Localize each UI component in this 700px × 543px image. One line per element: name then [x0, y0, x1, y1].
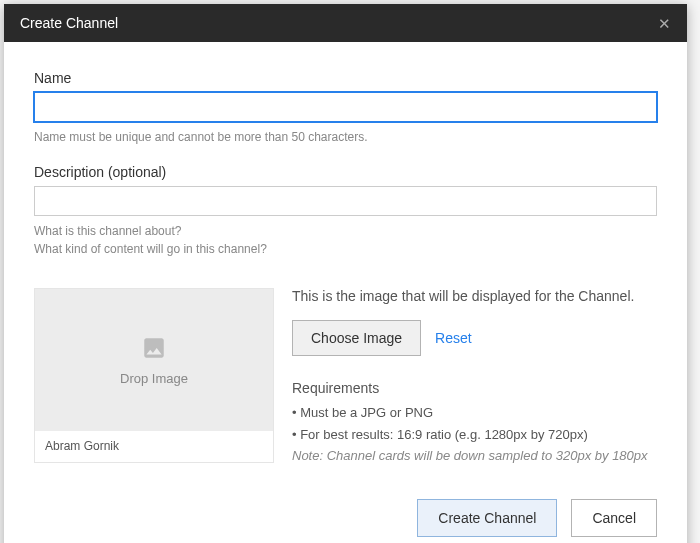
drop-zone[interactable]: Drop Image [35, 289, 273, 431]
modal-footer: Create Channel Cancel [4, 483, 687, 543]
name-label: Name [34, 70, 657, 86]
requirement-note: Note: Channel cards will be down sampled… [292, 448, 657, 463]
reset-link[interactable]: Reset [435, 330, 472, 346]
create-channel-modal: Create Channel ✕ Name Name must be uniqu… [4, 4, 687, 543]
description-input[interactable] [34, 186, 657, 216]
name-helper: Name must be unique and cannot be more t… [34, 128, 657, 146]
close-icon[interactable]: ✕ [658, 16, 671, 31]
modal-title: Create Channel [20, 15, 118, 31]
image-info-text: This is the image that will be displayed… [292, 288, 657, 304]
card-name: Abram Gornik [35, 431, 273, 461]
image-section: Drop Image Abram Gornik This is the imag… [34, 288, 657, 463]
description-section: Description (optional) What is this chan… [34, 164, 657, 258]
image-info: This is the image that will be displayed… [292, 288, 657, 463]
image-placeholder-icon [139, 335, 169, 361]
description-label: Description (optional) [34, 164, 657, 180]
image-card: Drop Image Abram Gornik [34, 288, 274, 463]
description-helper-1: What is this channel about? [34, 222, 657, 240]
requirements-title: Requirements [292, 380, 657, 396]
requirement-1: • Must be a JPG or PNG [292, 402, 657, 424]
name-input[interactable] [34, 92, 657, 122]
choose-image-button[interactable]: Choose Image [292, 320, 421, 356]
drop-text: Drop Image [120, 371, 188, 386]
modal-body: Name Name must be unique and cannot be m… [4, 42, 687, 483]
image-buttons: Choose Image Reset [292, 320, 657, 356]
cancel-button[interactable]: Cancel [571, 499, 657, 537]
requirement-2: • For best results: 16:9 ratio (e.g. 128… [292, 424, 657, 446]
modal-header: Create Channel ✕ [4, 4, 687, 42]
create-channel-button[interactable]: Create Channel [417, 499, 557, 537]
name-section: Name Name must be unique and cannot be m… [34, 70, 657, 146]
description-helper-2: What kind of content will go in this cha… [34, 240, 657, 258]
